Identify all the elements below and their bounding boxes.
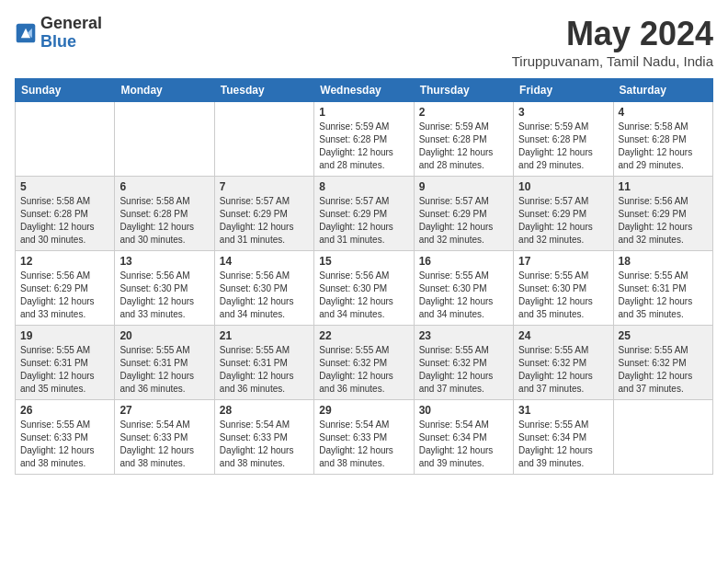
day-info: Sunrise: 5:54 AM Sunset: 6:33 PM Dayligh… [319, 419, 408, 470]
calendar-cell: 27Sunrise: 5:54 AM Sunset: 6:33 PM Dayli… [115, 400, 214, 475]
day-number: 1 [319, 106, 408, 119]
day-number: 18 [619, 255, 708, 268]
day-info: Sunrise: 5:56 AM Sunset: 6:30 PM Dayligh… [119, 270, 209, 321]
day-info: Sunrise: 5:55 AM Sunset: 6:32 PM Dayligh… [518, 344, 608, 396]
day-number: 29 [319, 404, 408, 417]
calendar-cell: 4Sunrise: 5:58 AM Sunset: 6:28 PM Daylig… [613, 102, 712, 177]
calendar-cell: 25Sunrise: 5:55 AM Sunset: 6:32 PM Dayli… [613, 326, 712, 400]
calendar-cell: 1Sunrise: 5:59 AM Sunset: 6:28 PM Daylig… [314, 102, 414, 177]
day-info: Sunrise: 5:57 AM Sunset: 6:29 PM Dayligh… [518, 195, 608, 247]
calendar-cell [16, 102, 115, 177]
day-info: Sunrise: 5:54 AM Sunset: 6:33 PM Dayligh… [119, 419, 209, 470]
day-info: Sunrise: 5:57 AM Sunset: 6:29 PM Dayligh… [419, 195, 508, 247]
day-number: 25 [619, 329, 708, 342]
day-info: Sunrise: 5:58 AM Sunset: 6:28 PM Dayligh… [20, 195, 109, 247]
calendar-cell: 21Sunrise: 5:55 AM Sunset: 6:31 PM Dayli… [214, 326, 313, 400]
calendar-cell: 6Sunrise: 5:58 AM Sunset: 6:28 PM Daylig… [115, 177, 214, 251]
calendar-cell [214, 102, 313, 177]
day-number: 26 [20, 404, 109, 417]
calendar-day-header: Saturday [613, 79, 712, 102]
day-info: Sunrise: 5:55 AM Sunset: 6:32 PM Dayligh… [419, 344, 508, 396]
calendar-day-header: Wednesday [314, 79, 414, 102]
day-number: 8 [319, 180, 408, 193]
day-number: 23 [419, 329, 508, 342]
calendar-cell: 30Sunrise: 5:54 AM Sunset: 6:34 PM Dayli… [414, 400, 513, 475]
calendar-week-row: 1Sunrise: 5:59 AM Sunset: 6:28 PM Daylig… [16, 102, 713, 177]
calendar-cell: 10Sunrise: 5:57 AM Sunset: 6:29 PM Dayli… [514, 177, 613, 251]
day-number: 12 [20, 255, 109, 268]
calendar-cell: 31Sunrise: 5:55 AM Sunset: 6:34 PM Dayli… [514, 400, 613, 475]
day-info: Sunrise: 5:57 AM Sunset: 6:29 PM Dayligh… [220, 195, 309, 247]
day-number: 22 [319, 329, 408, 342]
calendar-cell: 2Sunrise: 5:59 AM Sunset: 6:28 PM Daylig… [414, 102, 513, 177]
logo: General Blue [15, 15, 102, 52]
day-number: 13 [119, 255, 209, 268]
day-info: Sunrise: 5:56 AM Sunset: 6:30 PM Dayligh… [220, 270, 309, 321]
day-info: Sunrise: 5:54 AM Sunset: 6:34 PM Dayligh… [419, 419, 508, 470]
day-info: Sunrise: 5:55 AM Sunset: 6:33 PM Dayligh… [20, 419, 109, 470]
calendar-cell: 12Sunrise: 5:56 AM Sunset: 6:29 PM Dayli… [16, 251, 115, 326]
day-number: 4 [619, 106, 708, 119]
calendar-cell: 3Sunrise: 5:59 AM Sunset: 6:28 PM Daylig… [514, 102, 613, 177]
day-number: 24 [518, 329, 608, 342]
day-info: Sunrise: 5:55 AM Sunset: 6:31 PM Dayligh… [119, 344, 209, 396]
calendar-cell: 13Sunrise: 5:56 AM Sunset: 6:30 PM Dayli… [115, 251, 214, 326]
calendar-cell: 16Sunrise: 5:55 AM Sunset: 6:30 PM Dayli… [414, 251, 513, 326]
logo-general-text: General [40, 15, 102, 33]
calendar-cell: 23Sunrise: 5:55 AM Sunset: 6:32 PM Dayli… [414, 326, 513, 400]
calendar-cell: 29Sunrise: 5:54 AM Sunset: 6:33 PM Dayli… [314, 400, 414, 475]
logo-blue-text: Blue [40, 33, 102, 52]
day-number: 2 [419, 106, 508, 119]
day-number: 11 [619, 180, 708, 193]
day-number: 14 [220, 255, 309, 268]
day-info: Sunrise: 5:56 AM Sunset: 6:29 PM Dayligh… [619, 195, 708, 247]
day-info: Sunrise: 5:55 AM Sunset: 6:32 PM Dayligh… [319, 344, 408, 396]
calendar-cell [613, 400, 712, 475]
day-number: 28 [220, 404, 309, 417]
calendar-cell: 14Sunrise: 5:56 AM Sunset: 6:30 PM Dayli… [214, 251, 313, 326]
calendar-cell: 19Sunrise: 5:55 AM Sunset: 6:31 PM Dayli… [16, 326, 115, 400]
day-number: 27 [119, 404, 209, 417]
calendar-cell: 11Sunrise: 5:56 AM Sunset: 6:29 PM Dayli… [613, 177, 712, 251]
day-number: 20 [119, 329, 209, 342]
day-info: Sunrise: 5:59 AM Sunset: 6:28 PM Dayligh… [419, 121, 508, 172]
day-info: Sunrise: 5:57 AM Sunset: 6:29 PM Dayligh… [319, 195, 408, 247]
location-text: Tiruppuvanam, Tamil Nadu, India [512, 53, 713, 69]
calendar-week-row: 19Sunrise: 5:55 AM Sunset: 6:31 PM Dayli… [16, 326, 713, 400]
calendar-week-row: 12Sunrise: 5:56 AM Sunset: 6:29 PM Dayli… [16, 251, 713, 326]
calendar-cell: 20Sunrise: 5:55 AM Sunset: 6:31 PM Dayli… [115, 326, 214, 400]
day-info: Sunrise: 5:58 AM Sunset: 6:28 PM Dayligh… [619, 121, 708, 172]
calendar-day-header: Friday [514, 79, 613, 102]
day-number: 15 [319, 255, 408, 268]
calendar-cell: 26Sunrise: 5:55 AM Sunset: 6:33 PM Dayli… [16, 400, 115, 475]
day-number: 9 [419, 180, 508, 193]
title-area: May 2024 Tiruppuvanam, Tamil Nadu, India [512, 15, 713, 69]
calendar-cell: 22Sunrise: 5:55 AM Sunset: 6:32 PM Dayli… [314, 326, 414, 400]
calendar-cell: 5Sunrise: 5:58 AM Sunset: 6:28 PM Daylig… [16, 177, 115, 251]
calendar-cell: 9Sunrise: 5:57 AM Sunset: 6:29 PM Daylig… [414, 177, 513, 251]
calendar-table: SundayMondayTuesdayWednesdayThursdayFrid… [15, 78, 713, 475]
day-info: Sunrise: 5:56 AM Sunset: 6:30 PM Dayligh… [319, 270, 408, 321]
day-number: 30 [419, 404, 508, 417]
day-info: Sunrise: 5:58 AM Sunset: 6:28 PM Dayligh… [119, 195, 209, 247]
calendar-cell: 17Sunrise: 5:55 AM Sunset: 6:30 PM Dayli… [514, 251, 613, 326]
calendar-cell: 28Sunrise: 5:54 AM Sunset: 6:33 PM Dayli… [214, 400, 313, 475]
calendar-week-row: 26Sunrise: 5:55 AM Sunset: 6:33 PM Dayli… [16, 400, 713, 475]
calendar-cell: 18Sunrise: 5:55 AM Sunset: 6:31 PM Dayli… [613, 251, 712, 326]
calendar-cell: 15Sunrise: 5:56 AM Sunset: 6:30 PM Dayli… [314, 251, 414, 326]
calendar-cell: 8Sunrise: 5:57 AM Sunset: 6:29 PM Daylig… [314, 177, 414, 251]
calendar-day-header: Thursday [414, 79, 513, 102]
day-info: Sunrise: 5:54 AM Sunset: 6:33 PM Dayligh… [220, 419, 309, 470]
calendar-week-row: 5Sunrise: 5:58 AM Sunset: 6:28 PM Daylig… [16, 177, 713, 251]
day-info: Sunrise: 5:55 AM Sunset: 6:31 PM Dayligh… [619, 270, 708, 321]
day-number: 7 [220, 180, 309, 193]
day-info: Sunrise: 5:55 AM Sunset: 6:34 PM Dayligh… [518, 419, 608, 470]
calendar-day-header: Monday [115, 79, 214, 102]
day-info: Sunrise: 5:55 AM Sunset: 6:30 PM Dayligh… [518, 270, 608, 321]
day-number: 6 [119, 180, 209, 193]
day-info: Sunrise: 5:55 AM Sunset: 6:32 PM Dayligh… [619, 344, 708, 396]
day-info: Sunrise: 5:55 AM Sunset: 6:30 PM Dayligh… [419, 270, 508, 321]
day-number: 5 [20, 180, 109, 193]
day-info: Sunrise: 5:56 AM Sunset: 6:29 PM Dayligh… [20, 270, 109, 321]
logo-icon [15, 22, 37, 44]
